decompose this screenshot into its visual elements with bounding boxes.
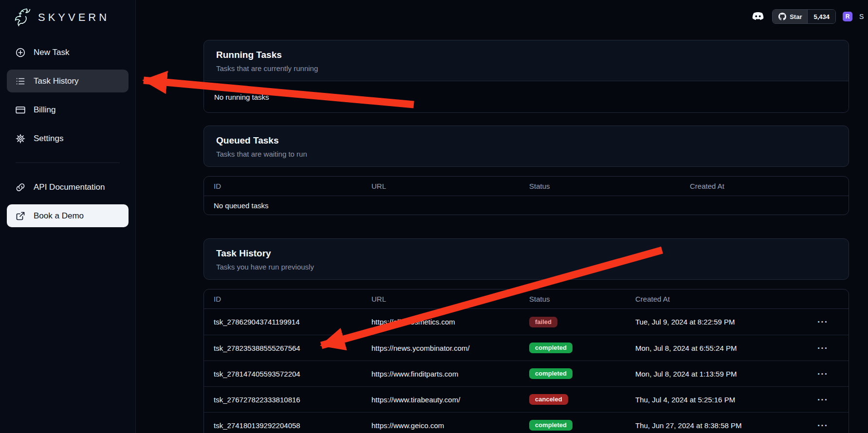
github-star-count: 5,434 bbox=[807, 10, 835, 23]
link-icon bbox=[15, 182, 26, 193]
sidebar-item-label: Settings bbox=[34, 134, 63, 144]
external-link-icon bbox=[15, 211, 26, 221]
card-subtitle: Tasks that are waiting to run bbox=[216, 150, 836, 158]
task-created-at: Mon, Jul 8, 2024 at 6:55:24 PM bbox=[635, 344, 817, 352]
status-badge: completed bbox=[529, 368, 573, 379]
running-tasks-header: Running Tasks Tasks that are currently r… bbox=[204, 40, 849, 81]
discord-icon[interactable] bbox=[751, 11, 765, 22]
row-actions-button[interactable] bbox=[817, 395, 828, 404]
user-name-truncated: S bbox=[859, 13, 866, 20]
running-tasks-card: Running Tasks Tasks that are currently r… bbox=[203, 40, 849, 113]
column-header-id: ID bbox=[204, 295, 371, 303]
task-id: tsk_274180139292204058 bbox=[204, 421, 371, 430]
skyvern-dragon-icon bbox=[12, 7, 33, 28]
column-header-created-at: Created At bbox=[690, 182, 849, 190]
task-created-at: Thu, Jun 27, 2024 at 8:38:58 PM bbox=[635, 421, 817, 430]
main-content: Running Tasks Tasks that are currently r… bbox=[203, 40, 849, 433]
task-url: https://www.finditparts.com bbox=[371, 370, 529, 378]
card-subtitle: Tasks you have run previously bbox=[216, 263, 836, 271]
sidebar-item-new-task[interactable]: New Task bbox=[7, 41, 129, 64]
github-icon bbox=[778, 13, 786, 21]
table-row[interactable]: tsk_278235388555267564 https://news.ycom… bbox=[204, 335, 849, 361]
task-id: tsk_278629043741199914 bbox=[204, 318, 371, 326]
status-badge: completed bbox=[529, 420, 573, 431]
gear-icon bbox=[15, 133, 26, 144]
task-id: tsk_278235388555267564 bbox=[204, 344, 371, 352]
task-url: https://www.tirabeauty.com/ bbox=[371, 396, 529, 404]
task-history-card: Task History Tasks you have run previous… bbox=[203, 238, 849, 280]
task-created-at: Thu, Jul 4, 2024 at 5:25:16 PM bbox=[635, 396, 817, 404]
queued-tasks-empty: No queued tasks bbox=[204, 196, 849, 215]
sidebar-nav: New Task Task History Billing bbox=[0, 33, 135, 227]
queued-tasks-header: Queued Tasks Tasks that are waiting to r… bbox=[204, 126, 849, 166]
card-title: Queued Tasks bbox=[216, 135, 836, 146]
status-badge: failed bbox=[529, 317, 557, 327]
card-subtitle: Tasks that are currently running bbox=[216, 64, 836, 72]
column-header-url: URL bbox=[371, 182, 529, 190]
plus-circle-icon bbox=[15, 47, 26, 58]
github-star-label: Star bbox=[790, 13, 802, 20]
task-url: https://elitecosmetics.com bbox=[371, 318, 529, 326]
sidebar-item-api-documentation[interactable]: API Documentation bbox=[7, 176, 129, 198]
github-star-widget[interactable]: Star 5,434 bbox=[772, 9, 836, 24]
sidebar-item-label: Book a Demo bbox=[34, 211, 84, 221]
topbar: Star 5,434 R S bbox=[136, 0, 868, 33]
table-header-row: ID URL Status Created At bbox=[204, 289, 849, 309]
app-logo[interactable]: SKYVERN bbox=[0, 0, 135, 33]
task-id: tsk_276727822333810816 bbox=[204, 396, 371, 404]
card-title: Running Tasks bbox=[216, 50, 836, 60]
status-badge: completed bbox=[529, 343, 573, 353]
sidebar-item-label: API Documentation bbox=[34, 182, 105, 192]
card-title: Task History bbox=[216, 248, 836, 259]
sidebar-item-label: Billing bbox=[34, 105, 55, 115]
credit-card-icon bbox=[15, 105, 26, 115]
table-row[interactable]: tsk_278147405593572204 https://www.findi… bbox=[204, 361, 849, 386]
table-header-row: ID URL Status Created At bbox=[204, 177, 849, 196]
task-created-at: Tue, Jul 9, 2024 at 8:22:59 PM bbox=[635, 318, 817, 326]
queued-tasks-section: Queued Tasks Tasks that are waiting to r… bbox=[203, 126, 849, 215]
task-history-section: Task History Tasks you have run previous… bbox=[203, 238, 849, 433]
row-actions-button[interactable] bbox=[817, 343, 828, 353]
task-created-at: Mon, Jul 8, 2024 at 1:13:59 PM bbox=[635, 370, 817, 378]
task-url: https://news.ycombinator.com/ bbox=[371, 344, 529, 352]
table-row[interactable]: tsk_278629043741199914 https://elitecosm… bbox=[204, 309, 849, 335]
task-id: tsk_278147405593572204 bbox=[204, 370, 371, 378]
row-actions-button[interactable] bbox=[817, 317, 828, 326]
table-row[interactable]: tsk_274180139292204058 https://www.geico… bbox=[204, 412, 849, 433]
row-actions-button[interactable] bbox=[817, 369, 828, 379]
column-header-status: Status bbox=[529, 182, 690, 190]
queued-tasks-table: ID URL Status Created At No queued tasks bbox=[203, 176, 849, 215]
sidebar-divider bbox=[16, 162, 120, 163]
sidebar-item-label: New Task bbox=[34, 48, 69, 57]
app-name: SKYVERN bbox=[38, 11, 110, 24]
sidebar-item-settings[interactable]: Settings bbox=[7, 127, 129, 150]
column-header-url: URL bbox=[371, 295, 529, 303]
running-tasks-empty: No running tasks bbox=[204, 81, 849, 112]
task-history-table: ID URL Status Created At tsk_27862904374… bbox=[203, 289, 849, 433]
avatar[interactable]: R bbox=[843, 12, 852, 21]
sidebar: SKYVERN New Task Task History bbox=[0, 0, 136, 433]
sidebar-item-billing[interactable]: Billing bbox=[7, 98, 129, 121]
task-history-header: Task History Tasks you have run previous… bbox=[204, 239, 849, 279]
sidebar-item-task-history[interactable]: Task History bbox=[7, 70, 129, 92]
column-header-created-at: Created At bbox=[635, 295, 817, 303]
sidebar-item-label: Task History bbox=[34, 76, 79, 86]
queued-tasks-card: Queued Tasks Tasks that are waiting to r… bbox=[203, 126, 849, 167]
sidebar-item-book-a-demo[interactable]: Book a Demo bbox=[7, 204, 129, 227]
column-header-id: ID bbox=[204, 182, 371, 190]
table-row[interactable]: tsk_276727822333810816 https://www.tirab… bbox=[204, 386, 849, 412]
task-url: https://www.geico.com bbox=[371, 421, 529, 430]
column-header-status: Status bbox=[529, 295, 635, 303]
list-icon bbox=[15, 76, 26, 87]
status-badge: canceled bbox=[529, 394, 568, 405]
row-actions-button[interactable] bbox=[817, 421, 828, 430]
